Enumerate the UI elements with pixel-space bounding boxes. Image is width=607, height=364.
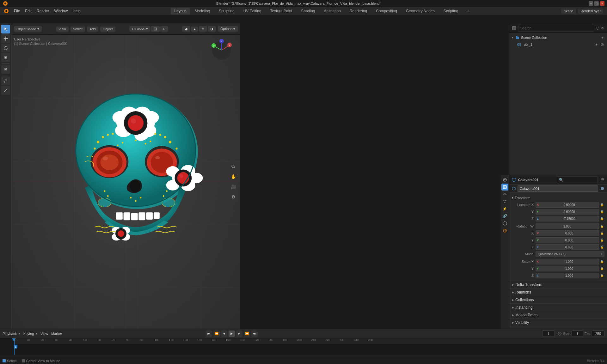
close-button[interactable]: ✕ xyxy=(600,1,604,6)
menu-render[interactable]: Render xyxy=(34,8,52,14)
viewport-shading-rendered[interactable]: ☀ xyxy=(199,26,207,32)
viewport-icon-search[interactable] xyxy=(229,162,238,171)
location-x-lock[interactable]: 🔓 xyxy=(600,203,604,206)
props-material-icon[interactable] xyxy=(501,227,508,234)
prev-keyframe-btn[interactable]: ⏪ xyxy=(213,331,220,337)
orientation-selector[interactable]: ⊙ Global ▾ xyxy=(129,26,150,32)
timeline-track[interactable]: 1 10 20 30 40 50 60 70 80 90 100 110 120… xyxy=(0,338,607,355)
scale-y-lock[interactable]: 🔓 xyxy=(600,267,604,270)
scene-selector[interactable]: Scene xyxy=(561,9,576,14)
tab-uv-editing[interactable]: UV Editing xyxy=(240,8,265,15)
outliner-scene-collection[interactable]: ▾ Scene Collection 👁 xyxy=(511,34,606,41)
rotation-y-field[interactable]: Y 0.000 xyxy=(536,237,599,243)
object-btn[interactable]: Object xyxy=(100,27,115,32)
tab-rendering[interactable]: Rendering xyxy=(346,8,371,15)
scale-x-field[interactable]: X 1.000 xyxy=(536,259,599,264)
props-physics-icon[interactable]: ⚡ xyxy=(501,205,508,212)
measure-tool[interactable] xyxy=(1,86,10,95)
add-btn[interactable]: Add xyxy=(87,27,98,32)
scale-tool[interactable] xyxy=(1,53,10,62)
navigation-gizmo[interactable]: X Y Z xyxy=(211,39,236,64)
menu-file[interactable]: File xyxy=(11,8,22,14)
proportional-btn[interactable]: ⊙ xyxy=(160,26,168,32)
tab-compositing[interactable]: Compositing xyxy=(372,8,401,15)
play-btn[interactable]: ▶ xyxy=(229,331,235,337)
object-mode-selector[interactable]: Object Mode ▾ xyxy=(14,26,42,32)
scale-z-field[interactable]: Z 1.000 xyxy=(536,273,599,278)
jump-to-end-btn[interactable]: ⏭ xyxy=(251,331,258,337)
view-selector[interactable]: View xyxy=(56,27,69,32)
tab-layout[interactable]: Layout xyxy=(171,8,190,15)
tab-animation[interactable]: Animation xyxy=(320,8,345,15)
current-frame-field[interactable]: 1 xyxy=(542,331,555,337)
outliner-obj1[interactable]: obj_1 👁 xyxy=(511,41,606,48)
viewport-shading-solid[interactable]: ◕ xyxy=(182,26,190,32)
properties-search-input[interactable] xyxy=(557,176,598,183)
viewport-shading-material[interactable]: ● xyxy=(191,27,198,32)
end-frame-field[interactable]: 250 xyxy=(592,331,604,337)
scale-y-field[interactable]: Y 1.000 xyxy=(536,266,599,271)
viewport-icon-settings[interactable]: ⚙ xyxy=(229,192,238,201)
minimize-button[interactable]: ─ xyxy=(589,1,593,6)
delta-transform-section[interactable]: ▶ Delta Transform xyxy=(509,281,607,288)
props-particles-icon[interactable] xyxy=(501,198,508,205)
tab-scripting[interactable]: Scripting xyxy=(440,8,462,15)
start-frame-field[interactable]: 1 xyxy=(572,331,583,337)
tab-sculpting[interactable]: Sculpting xyxy=(215,8,238,15)
jump-to-start-btn[interactable]: ⏮ xyxy=(206,331,212,337)
menu-blender[interactable] xyxy=(1,8,11,14)
rotation-w-lock[interactable]: 🔓 xyxy=(600,225,604,228)
annotate-tool[interactable] xyxy=(1,76,10,85)
menu-help[interactable]: Help xyxy=(70,8,83,14)
prop-options-icon[interactable]: ☰ xyxy=(601,178,604,182)
playback-label[interactable]: Playback xyxy=(3,332,17,336)
relations-section[interactable]: ▶ Relations xyxy=(509,288,607,296)
viewport[interactable]: User Perspective (1) Scene Collection | … xyxy=(11,35,240,329)
menu-window[interactable]: Window xyxy=(52,8,70,14)
outliner-filter-icon[interactable]: ▽ xyxy=(596,26,599,30)
tab-geometry-nodes[interactable]: Geometry Nodes xyxy=(402,8,438,15)
marker-label[interactable]: Marker xyxy=(51,332,62,336)
tab-texture-paint[interactable]: Texture Paint xyxy=(266,8,296,15)
menu-edit[interactable]: Edit xyxy=(22,8,34,14)
next-keyframe-btn[interactable]: ⏩ xyxy=(244,331,250,337)
tab-modeling[interactable]: Modeling xyxy=(191,8,214,15)
keying-label[interactable]: Keying xyxy=(23,332,34,336)
scale-z-lock[interactable]: 🔓 xyxy=(600,274,604,277)
outliner-search-input[interactable] xyxy=(518,25,594,32)
rotate-tool[interactable] xyxy=(1,44,10,52)
tab-shading[interactable]: Shading xyxy=(297,8,319,15)
snap-btn[interactable]: ⊡ xyxy=(151,26,160,32)
scale-x-lock[interactable]: 🔓 xyxy=(600,260,604,263)
view-label[interactable]: View xyxy=(40,332,48,336)
props-object-icon[interactable] xyxy=(501,184,508,191)
options-btn[interactable]: Options ▾ xyxy=(218,26,238,32)
step-back-btn[interactable]: ◄ xyxy=(221,331,227,337)
object-name-input[interactable]: Calavera001 xyxy=(518,185,598,192)
collection-vis-icon[interactable]: 👁 xyxy=(601,36,604,39)
visibility-section[interactable]: ▶ Visibility xyxy=(509,319,607,326)
location-x-field[interactable]: X 0.00000 xyxy=(536,202,599,208)
maximize-button[interactable]: □ xyxy=(594,1,599,6)
location-z-lock[interactable]: 🔓 xyxy=(600,217,604,220)
cursor-tool[interactable] xyxy=(1,25,10,33)
viewport-display-section[interactable]: ▶ Viewport Display xyxy=(509,326,607,329)
location-y-field[interactable]: Y 0.00000 xyxy=(536,209,599,215)
location-z-field[interactable]: Z -7.15000 xyxy=(536,216,599,221)
motion-paths-section[interactable]: ▶ Motion Paths xyxy=(509,311,607,319)
select-btn[interactable]: Select xyxy=(71,27,85,32)
renderlayer-selector[interactable]: RenderLayer xyxy=(578,9,603,14)
props-render-icon[interactable] xyxy=(501,176,508,183)
rotation-z-field[interactable]: Z 0.000 xyxy=(536,244,599,250)
rotation-x-field[interactable]: X 0.000 xyxy=(536,230,599,236)
outliner-eye-icon[interactable]: 👁 xyxy=(601,26,604,30)
viewport-icon-camera[interactable]: 🎥 xyxy=(229,182,238,191)
props-modifier-icon[interactable] xyxy=(501,191,508,198)
rotation-w-field[interactable]: 1.000 xyxy=(536,223,599,229)
props-data-icon[interactable] xyxy=(501,220,508,227)
collections-section[interactable]: ▶ Collections xyxy=(509,296,607,304)
instancing-section[interactable]: ▶ Instancing xyxy=(509,304,607,311)
rotation-y-lock[interactable]: 🔓 xyxy=(600,239,604,242)
tab-add[interactable]: + xyxy=(463,8,473,15)
step-forward-btn[interactable]: ► xyxy=(236,331,242,337)
